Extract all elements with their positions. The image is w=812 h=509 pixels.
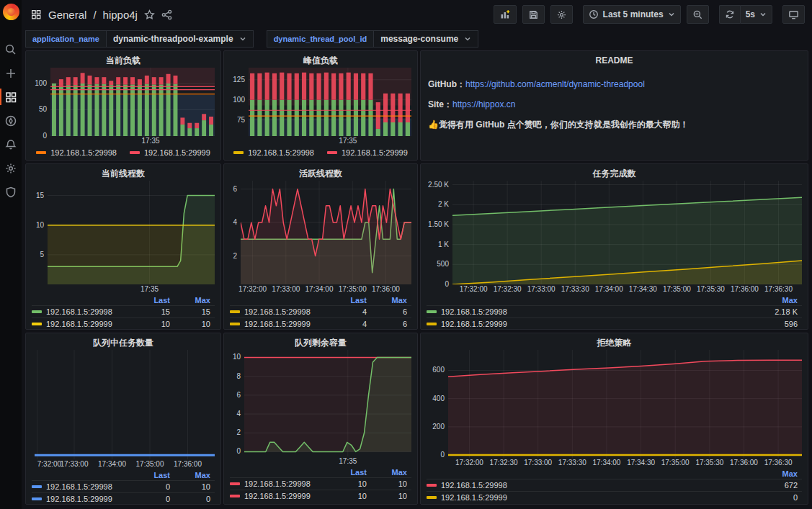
- breadcrumb-folder[interactable]: General: [48, 9, 86, 21]
- legend-value: 0: [174, 495, 215, 503]
- legend: 192.168.1.5:29998192.168.1.5:29999: [32, 148, 215, 157]
- legend-item[interactable]: 192.168.1.5:29998: [427, 307, 762, 316]
- x-tick-label: 7:32:00: [37, 460, 61, 468]
- legend-value: 10: [371, 479, 411, 488]
- panel-title[interactable]: README: [427, 54, 802, 68]
- legend: Max192.168.1.5:29998672192.168.1.5:29999…: [427, 468, 802, 503]
- chevron-down-icon: [668, 11, 675, 18]
- legend-item[interactable]: 192.168.1.5:29998: [32, 482, 134, 491]
- breadcrumb-dashboard-name[interactable]: hippo4j: [103, 9, 138, 21]
- breadcrumb-separator: /: [93, 9, 96, 21]
- legend-column-header[interactable]: Max: [762, 469, 802, 478]
- legend-column-header[interactable]: Max: [371, 296, 411, 305]
- variable-dynamic-thread-pool-id: dynamic_thread_pool_id message-consume: [267, 30, 479, 48]
- panel-title[interactable]: 拒绝策略: [427, 336, 802, 350]
- share-icon[interactable]: [161, 9, 172, 20]
- x-tick-label: 17:32:30: [490, 459, 518, 467]
- legend-row: 192.168.1.5:2999946: [230, 317, 411, 330]
- chart-canvas[interactable]: [249, 68, 411, 136]
- x-tick-label: 17:34:30: [627, 459, 655, 467]
- legend-item[interactable]: 192.168.1.5:29999: [230, 492, 331, 500]
- github-link[interactable]: https://github.com/acmenlt/dynamic-threa…: [465, 79, 645, 89]
- legend-column-header[interactable]: Last: [134, 471, 174, 479]
- legend-row: 192.168.1.5:299991010: [32, 317, 215, 330]
- legend-value: 596: [762, 320, 802, 328]
- legend-item[interactable]: 192.168.1.5:29998: [36, 148, 117, 157]
- dashboard-settings-button[interactable]: [550, 5, 573, 24]
- legend-swatch: [230, 495, 240, 497]
- gear-icon: [556, 9, 567, 20]
- legend-item[interactable]: 192.168.1.5:29998: [230, 307, 331, 316]
- legend-item[interactable]: 192.168.1.5:29999: [32, 495, 134, 503]
- y-tick-label: 100: [35, 79, 47, 87]
- legend-column-header[interactable]: Max: [762, 296, 802, 305]
- sidebar-item-configuration[interactable]: [0, 156, 22, 180]
- y-tick-label: 2: [233, 252, 237, 260]
- chart-canvas[interactable]: [35, 350, 215, 459]
- variable-value-select[interactable]: dynamic-threadpool-example: [107, 30, 254, 48]
- legend-row: 192.168.1.5:29998010: [32, 480, 215, 492]
- legend-value: 0: [134, 495, 174, 503]
- panel-title[interactable]: 活跃线程数: [230, 167, 411, 181]
- legend-column-header[interactable]: Last: [134, 296, 174, 305]
- zoom-out-button[interactable]: [687, 5, 709, 24]
- x-tick-label: 17:36:00: [730, 459, 758, 467]
- variable-selected-value: dynamic-threadpool-example: [113, 34, 233, 44]
- legend-item[interactable]: 192.168.1.5:29999: [427, 320, 762, 328]
- sidebar-item-explore[interactable]: [0, 109, 22, 132]
- star-icon[interactable]: [144, 9, 155, 20]
- legend-row: 192.168.1.5:299990: [427, 491, 802, 503]
- panel-title[interactable]: 峰值负载: [230, 54, 411, 68]
- dashboards-grid-icon: [4, 91, 17, 104]
- legend-column-header[interactable]: Max: [174, 296, 215, 305]
- cycle-view-mode-button[interactable]: [782, 5, 805, 24]
- legend-item[interactable]: 192.168.1.5:29999: [130, 148, 210, 157]
- sidebar-item-dashboards[interactable]: [0, 85, 22, 109]
- legend-item[interactable]: 192.168.1.5:29999: [32, 320, 134, 328]
- legend-column-header[interactable]: Max: [371, 468, 411, 477]
- legend-column-header[interactable]: Last: [331, 296, 371, 305]
- legend-column-header[interactable]: Last: [331, 468, 371, 477]
- chart-canvas[interactable]: [452, 181, 802, 284]
- legend-header: LastMax: [32, 294, 215, 305]
- legend-item[interactable]: 192.168.1.5:29998: [32, 307, 134, 316]
- chart-canvas[interactable]: [48, 181, 215, 284]
- panel-title[interactable]: 当前负载: [32, 54, 215, 68]
- legend-item[interactable]: 192.168.1.5:29998: [233, 148, 314, 157]
- panel-title[interactable]: 当前线程数: [32, 167, 215, 181]
- legend-value: 10: [174, 320, 215, 328]
- chart-canvas[interactable]: [50, 68, 215, 136]
- chart-canvas[interactable]: [241, 181, 411, 284]
- time-range-picker[interactable]: Last 5 minutes: [583, 5, 681, 24]
- legend-item[interactable]: 192.168.1.5:29999: [327, 148, 408, 157]
- legend-item[interactable]: 192.168.1.5:29999: [427, 493, 762, 502]
- monitor-icon: [788, 9, 799, 20]
- legend-swatch: [427, 484, 437, 487]
- grafana-logo[interactable]: [3, 4, 19, 20]
- panel-current-load: 当前负载 05010017:35192.168.1.5:29998192.168…: [25, 50, 221, 161]
- x-tick-label: 17:34:00: [592, 459, 620, 467]
- refresh-interval-select[interactable]: 5s: [740, 5, 772, 24]
- panel-title[interactable]: 队列剩余容量: [230, 336, 411, 350]
- legend-column-header[interactable]: Max: [174, 471, 215, 479]
- sidebar-item-create[interactable]: [0, 61, 22, 85]
- save-dashboard-button[interactable]: [522, 5, 545, 24]
- y-tick-label: 125: [233, 76, 245, 84]
- variable-value-select[interactable]: message-consume: [374, 30, 478, 48]
- panel-title[interactable]: 队列中任务数量: [32, 336, 215, 350]
- sidebar-item-alerting[interactable]: [0, 132, 22, 156]
- x-tick-label: 17:34:00: [98, 460, 126, 468]
- add-panel-button[interactable]: [494, 5, 517, 24]
- panel-title[interactable]: 任务完成数: [427, 167, 802, 181]
- chart-canvas[interactable]: [244, 350, 411, 456]
- refresh-button[interactable]: [719, 5, 740, 24]
- chart-canvas[interactable]: [448, 350, 802, 458]
- legend-row: 192.168.1.5:299981515: [32, 305, 215, 317]
- legend-item[interactable]: 192.168.1.5:29998: [230, 479, 331, 488]
- legend-item[interactable]: 192.168.1.5:29998: [427, 481, 762, 490]
- sidebar-item-server-admin[interactable]: [0, 180, 22, 204]
- sidebar-item-search[interactable]: [0, 37, 22, 61]
- y-tick-label: 75: [237, 116, 245, 124]
- site-link[interactable]: https://hippox.cn: [452, 99, 515, 109]
- legend-item[interactable]: 192.168.1.5:29999: [230, 320, 331, 328]
